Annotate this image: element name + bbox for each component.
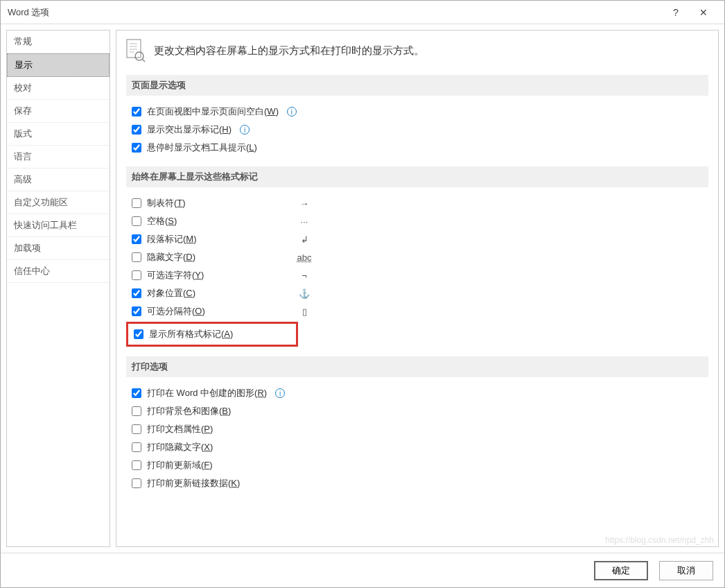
section-format-marks: 始终在屏幕上显示这些格式标记 制表符(T)→空格(S)···段落标记(M)↲隐藏… (126, 166, 708, 347)
info-icon[interactable]: i (287, 107, 297, 116)
option-row: 对象位置(C)⚓ (126, 284, 708, 302)
format-symbol: ¬ (294, 270, 315, 281)
option-checkbox[interactable] (132, 460, 141, 470)
section-header-print: 打印选项 (126, 356, 708, 377)
option-row: 打印背景色和图像(B) (126, 402, 708, 420)
sidebar-item-常规[interactable]: 常规 (7, 31, 110, 53)
option-row: 悬停时显示文档工具提示(L) (126, 139, 708, 157)
section-header-format-marks: 始终在屏幕上显示这些格式标记 (126, 166, 708, 187)
option-row: 打印隐藏文字(X) (126, 438, 708, 456)
sidebar-item-高级[interactable]: 高级 (7, 168, 110, 191)
option-checkbox[interactable] (132, 107, 141, 116)
option-checkbox[interactable] (132, 478, 141, 488)
option-checkbox[interactable] (132, 234, 141, 244)
option-label[interactable]: 隐藏文字(D) (147, 251, 195, 263)
watermark: https://blog.csdn.net/npd_zhh (605, 535, 714, 545)
option-row: 隐藏文字(D)abc (126, 248, 708, 266)
option-label[interactable]: 空格(S) (147, 215, 177, 227)
option-row: 显示突出显示标记(H)i (126, 121, 708, 139)
option-row: 打印前更新域(F) (126, 456, 708, 474)
sidebar-item-自定义功能区[interactable]: 自定义功能区 (7, 191, 110, 214)
sidebar-item-加载项[interactable]: 加载项 (7, 237, 110, 260)
sidebar-item-快速访问工具栏[interactable]: 快速访问工具栏 (7, 214, 110, 237)
sidebar-item-语言[interactable]: 语言 (7, 146, 110, 168)
section-page-display-opts: 在页面视图中显示页面间空白(W)i显示突出显示标记(H)i悬停时显示文档工具提示… (126, 103, 708, 157)
content-header: 更改文档内容在屏幕上的显示方式和在打印时的显示方式。 (126, 39, 708, 62)
option-checkbox[interactable] (132, 216, 141, 226)
option-label[interactable]: 打印在 Word 中创建的图形(R) (147, 387, 267, 399)
option-checkbox[interactable] (132, 424, 141, 434)
option-label[interactable]: 打印前更新链接数据(K) (147, 477, 240, 490)
sidebar-item-校对[interactable]: 校对 (7, 77, 110, 100)
option-checkbox[interactable] (132, 406, 141, 416)
info-icon[interactable]: i (275, 388, 285, 398)
section-print-opts: 打印在 Word 中创建的图形(R)i打印背景色和图像(B)打印文档属性(P)打… (126, 384, 708, 492)
option-row: 可选分隔符(O)▯ (126, 302, 708, 320)
content-title: 更改文档内容在屏幕上的显示方式和在打印时的显示方式。 (154, 44, 424, 58)
option-checkbox[interactable] (132, 306, 141, 316)
option-checkbox[interactable] (132, 388, 141, 398)
option-row: 段落标记(M)↲ (126, 230, 708, 248)
option-checkbox[interactable] (132, 288, 141, 298)
close-button[interactable]: ✕ (690, 7, 717, 18)
option-label[interactable]: 打印文档属性(P) (147, 423, 213, 435)
format-symbol: → (294, 198, 315, 209)
option-label[interactable]: 打印前更新域(F) (147, 459, 213, 472)
option-label[interactable]: 显示突出显示标记(H) (147, 123, 232, 136)
sidebar-item-信任中心[interactable]: 信任中心 (7, 260, 110, 283)
cancel-button[interactable]: 取消 (659, 561, 713, 580)
option-label[interactable]: 段落标记(M) (147, 233, 197, 245)
option-row: 显示所有格式标记(A) (128, 325, 292, 343)
option-label[interactable]: 制表符(T) (147, 197, 186, 209)
word-options-dialog: Word 选项 ? ✕ 常规显示校对保存版式语言高级自定义功能区快速访问工具栏加… (0, 0, 725, 588)
option-checkbox[interactable] (132, 252, 141, 262)
help-button[interactable]: ? (662, 7, 690, 18)
highlighted-option-box: 显示所有格式标记(A) (126, 322, 298, 347)
option-label[interactable]: 可选分隔符(O) (147, 305, 205, 318)
footer: 确定 取消 (1, 553, 724, 587)
svg-rect-0 (127, 40, 141, 58)
section-page-display: 页面显示选项 在页面视图中显示页面间空白(W)i显示突出显示标记(H)i悬停时显… (126, 75, 708, 157)
option-row: 在页面视图中显示页面间空白(W)i (126, 103, 708, 121)
format-symbol: ↲ (294, 234, 315, 245)
option-label[interactable]: 打印背景色和图像(B) (147, 405, 231, 417)
section-format-marks-opts: 制表符(T)→空格(S)···段落标记(M)↲隐藏文字(D)abc可选连字符(Y… (126, 194, 708, 320)
option-label[interactable]: 在页面视图中显示页面间空白(W) (147, 105, 279, 118)
option-checkbox[interactable] (132, 442, 141, 452)
sidebar-item-保存[interactable]: 保存 (7, 100, 110, 123)
svg-line-6 (142, 59, 145, 62)
option-row: 打印在 Word 中创建的图形(R)i (126, 384, 708, 402)
option-label[interactable]: 悬停时显示文档工具提示(L) (147, 141, 257, 154)
sidebar-item-版式[interactable]: 版式 (7, 123, 110, 146)
format-symbol: ··· (294, 216, 315, 227)
format-symbol: abc (294, 252, 315, 263)
info-icon[interactable]: i (240, 125, 250, 135)
option-checkbox[interactable] (132, 270, 141, 280)
option-row: 制表符(T)→ (126, 194, 708, 212)
dialog-body: 常规显示校对保存版式语言高级自定义功能区快速访问工具栏加载项信任中心 更改文档内… (1, 24, 724, 553)
option-checkbox[interactable] (134, 329, 143, 339)
option-label[interactable]: 打印隐藏文字(X) (147, 441, 213, 453)
sidebar: 常规显示校对保存版式语言高级自定义功能区快速访问工具栏加载项信任中心 (6, 30, 110, 547)
section-print: 打印选项 打印在 Word 中创建的图形(R)i打印背景色和图像(B)打印文档属… (126, 356, 708, 492)
option-row: 打印前更新链接数据(K) (126, 474, 708, 492)
option-label[interactable]: 对象位置(C) (147, 287, 195, 300)
option-checkbox[interactable] (132, 198, 141, 208)
option-checkbox[interactable] (132, 143, 141, 153)
option-row: 空格(S)··· (126, 212, 708, 230)
option-checkbox[interactable] (132, 125, 141, 135)
ok-button[interactable]: 确定 (594, 561, 648, 580)
option-row: 打印文档属性(P) (126, 420, 708, 438)
option-label[interactable]: 可选连字符(Y) (147, 269, 204, 282)
document-icon (126, 39, 146, 62)
option-row: 可选连字符(Y)¬ (126, 266, 708, 284)
titlebar: Word 选项 ? ✕ (1, 1, 724, 24)
section-header-page-display: 页面显示选项 (126, 75, 708, 96)
option-label[interactable]: 显示所有格式标记(A) (149, 328, 233, 340)
format-symbol: ▯ (294, 306, 315, 317)
dialog-title: Word 选项 (8, 6, 662, 19)
sidebar-item-显示[interactable]: 显示 (7, 53, 110, 77)
format-symbol: ⚓ (294, 288, 315, 299)
highlighted-option: 显示所有格式标记(A) (128, 325, 292, 343)
content-pane: 更改文档内容在屏幕上的显示方式和在打印时的显示方式。 页面显示选项 在页面视图中… (116, 30, 719, 547)
